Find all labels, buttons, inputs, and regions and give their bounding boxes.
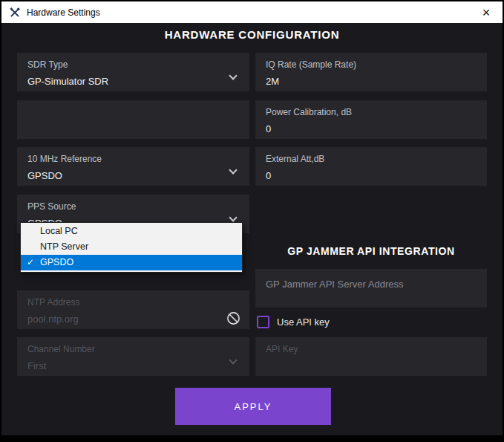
close-button[interactable]: × [470,1,503,23]
api-server-placeholder: GP Jammer API Server Address [266,276,477,290]
power-calibration-field[interactable]: Power Calibration, dB 0 [255,100,487,139]
iq-rate-label: IQ Rate (Sample Rate) [266,59,477,70]
use-api-key-checkbox[interactable]: Use API key [257,313,330,330]
pps-dropdown-popup: Local PC NTP Server ✓ GPSDO [20,222,243,273]
iq-rate-field[interactable]: IQ Rate (Sample Rate) 2M [255,53,487,91]
tools-icon [9,7,21,19]
sdr-type-value: GP-Simulator SDR [27,76,239,87]
iq-rate-value: 2M [266,76,477,87]
channel-number-label: Channel Number [27,344,239,354]
sdr-type-select[interactable]: SDR Type GP-Simulator SDR [17,53,249,91]
close-icon: × [482,6,491,19]
ntp-address-field: NTP Address pool.ntp.org [17,290,249,329]
ntp-address-label: NTP Address [27,297,239,308]
blocked-icon [226,311,240,325]
api-key-placeholder: API Key [266,344,477,354]
power-calibration-value: 0 [266,123,477,134]
api-server-field[interactable]: GP Jammer API Server Address [255,269,487,308]
api-section-title: GP JAMMER API INTEGRATION [255,245,487,257]
checkmark-icon: ✓ [27,255,34,270]
page-title: HARDWARE CONFIGURATION [1,28,503,41]
pps-source-label: PPS Source [27,201,239,212]
external-att-label: External Att,dB [266,154,477,164]
power-calibration-label: Power Calibration, dB [266,107,477,117]
empty-field [17,100,249,139]
reference-value: GPSDO [27,170,239,181]
external-att-value: 0 [266,170,477,181]
window-title: Hardware Settings [27,7,100,18]
sdr-type-label: SDR Type [27,59,239,70]
reference-select[interactable]: 10 MHz Reference GPSDO [17,147,249,186]
apply-button[interactable]: APPLY [175,388,331,425]
dropdown-item-local-pc[interactable]: Local PC [21,224,242,239]
dropdown-item-gpsdo[interactable]: ✓ GPSDO [21,255,242,270]
title-bar[interactable]: Hardware Settings × [1,1,503,23]
ntp-address-value: pool.ntp.org [27,313,239,325]
channel-number-select: Channel Number First [17,337,249,376]
external-att-field[interactable]: External Att,dB 0 [255,147,487,186]
use-api-key-label: Use API key [277,316,330,328]
reference-label: 10 MHz Reference [27,154,239,164]
checkbox-box-icon [257,316,269,328]
channel-number-value: First [27,360,239,371]
hardware-settings-window: Hardware Settings × HARDWARE CONFIGURATI… [0,0,504,442]
api-key-field: API Key [255,337,487,376]
dropdown-item-ntp-server[interactable]: NTP Server [21,239,242,255]
